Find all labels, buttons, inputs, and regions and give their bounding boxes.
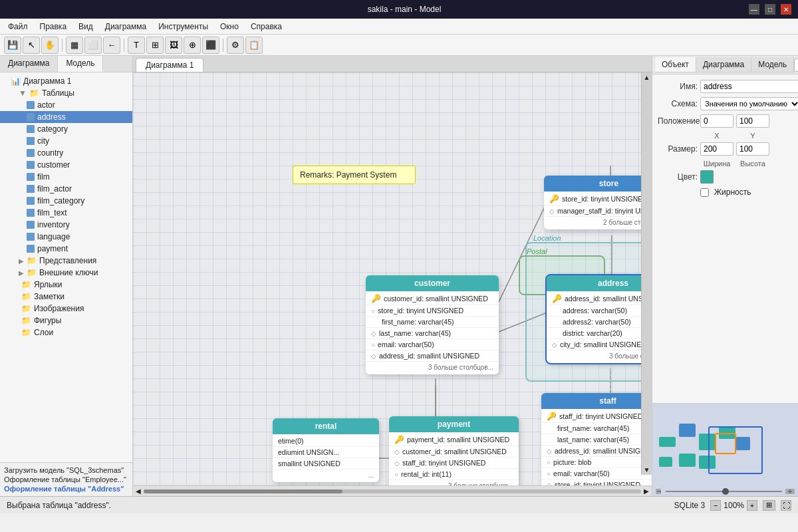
table-rental[interactable]: rental etime(0) ediumint UNSIGN... small… (273, 418, 379, 482)
right-tab-diagram[interactable]: Диаграмма (696, 57, 751, 72)
sidebar-item-film_text[interactable]: film_text (0, 207, 132, 219)
sidebar-item-payment[interactable]: payment (0, 243, 132, 255)
tree-root[interactable]: 📊 Диаграмма 1 (0, 75, 132, 87)
prop-schema-select[interactable]: Значения по умолчанию (700, 97, 798, 110)
diagram-canvas[interactable]: Remarks: Payment System Location Postal … (133, 72, 652, 485)
table-payment-body: 🔑 payment_id: smallint UNSIGNED ◇ custom… (389, 432, 519, 485)
zoom-in-button[interactable]: + (747, 500, 757, 511)
main-layout: Диаграмма Модель 📊 Диаграмма 1 ▼ 📁 Табли… (0, 56, 798, 496)
sidebar-tab-model[interactable]: Модель (58, 56, 103, 72)
prop-color-row: Цвет: (658, 170, 793, 184)
sidebar-item-inventory[interactable]: inventory (0, 219, 132, 231)
save-button[interactable]: 💾 (4, 37, 21, 54)
scroll-down-button[interactable]: ▼ (642, 465, 652, 475)
prop-width-input[interactable] (700, 142, 733, 156)
diamond-icon: ◇ (371, 352, 376, 360)
key-icon: 🔑 (547, 412, 557, 421)
annotation-text: Remarks: Payment System (300, 170, 396, 180)
menu-diagram[interactable]: Диаграмма (100, 21, 152, 33)
sidebar-item-film_category[interactable]: film_category (0, 195, 132, 207)
minimize-button[interactable]: — (749, 4, 759, 15)
bold-checkbox[interactable] (700, 188, 709, 197)
table-staff-row-2: first_name: varchar(45) (541, 423, 652, 434)
select-button[interactable]: ↖ (23, 37, 40, 54)
close-button[interactable]: ✕ (781, 4, 791, 15)
search-input[interactable] (794, 59, 798, 72)
add-button[interactable]: ⊕ (184, 37, 201, 54)
prop-name-input[interactable] (700, 80, 798, 93)
hscroll[interactable]: ◀ ▶ (133, 485, 652, 496)
image-button[interactable]: 🖼 (165, 37, 182, 54)
sidebar-item-actor[interactable]: actor (0, 99, 132, 111)
fit-button[interactable]: ⊞ (763, 500, 775, 511)
menu-view[interactable]: Вид (73, 21, 98, 33)
sidebar-item-customer[interactable]: customer (0, 159, 132, 171)
relation-button[interactable]: ← (103, 37, 120, 54)
menu-window[interactable]: Окно (215, 21, 244, 33)
sidebar-item-film_actor[interactable]: film_actor (0, 183, 132, 195)
grid-button[interactable]: ⊞ (146, 37, 164, 54)
menu-help[interactable]: Справка (245, 21, 287, 33)
table-store-body: 🔑 store_id: tinyint UNSIGNED ◇ manager_s… (544, 192, 652, 229)
hscroll-left[interactable]: ◀ (136, 487, 141, 495)
status-line-1[interactable]: Загрузить модель "SQL_3schemas" (4, 466, 128, 475)
table-customer[interactable]: customer 🔑 customer_id: smallint UNSIGNE… (366, 275, 499, 374)
pan-button[interactable]: ✋ (41, 37, 59, 54)
table-staff-row-4: ◇ address_id: smallint UNSIGNED (541, 446, 652, 457)
status-line-3[interactable]: Оформление таблицы "Address" (4, 484, 128, 493)
sidebar-tab-diagram[interactable]: Диаграмма (0, 56, 58, 72)
tree-tables-folder[interactable]: ▼ 📁 Таблицы (0, 87, 132, 99)
hscroll-right[interactable]: ▶ (644, 487, 649, 495)
sidebar-item-country[interactable]: country (0, 147, 132, 159)
right-tab-model[interactable]: Модель (751, 57, 794, 72)
color-swatch[interactable] (700, 170, 714, 184)
settings-button[interactable]: ⚙ (227, 37, 244, 54)
text-button[interactable]: T (128, 37, 145, 54)
table-button[interactable]: ▦ (66, 37, 83, 54)
menu-tools[interactable]: Инструменты (153, 21, 213, 33)
sidebar-item-category[interactable]: category (0, 123, 132, 135)
table-address[interactable]: address 🔑 address_id: smallint UNSIGNED … (547, 275, 652, 363)
prop-pos-x-input[interactable] (700, 114, 733, 128)
sidebar-section-фигуры[interactable]: 📁Фигуры (0, 315, 132, 327)
sidebar-section-изображения[interactable]: 📁Изображения (0, 303, 132, 315)
zoom-out-button[interactable]: − (710, 500, 721, 511)
sidebar-item-address[interactable]: address (0, 111, 132, 123)
sidebar-section-внешние-ключи[interactable]: ▶📁Внешние ключи (0, 267, 132, 279)
prop-pos-y-input[interactable] (736, 114, 769, 128)
menu-file[interactable]: Файл (3, 21, 33, 33)
sidebar-section-заметки[interactable]: 📁Заметки (0, 291, 132, 303)
scroll-up-button[interactable]: ▲ (642, 72, 652, 82)
fullscreen-button[interactable]: ⛶ (781, 500, 791, 511)
table-rental-more: ... (273, 469, 379, 481)
svg-rect-23 (659, 457, 672, 467)
diamond-icon: ◇ (394, 460, 400, 467)
sidebar-item-language[interactable]: language (0, 231, 132, 243)
status-line-2[interactable]: Оформление таблицы "Employee..." (4, 475, 128, 484)
table-store[interactable]: store 🔑 store_id: tinyint UNSIGNED ◇ man… (544, 176, 652, 229)
prop-height-input[interactable] (736, 142, 769, 156)
sidebar-item-city[interactable]: city (0, 135, 132, 147)
sidebar-section-слои[interactable]: 📁Слои (0, 327, 132, 338)
table-payment[interactable]: payment 🔑 payment_id: smallint UNSIGNED … (389, 416, 519, 485)
table-label: inventory (37, 220, 70, 229)
table-address-row-5: ◇ city_id: smallint UNSIGNED (547, 339, 652, 350)
sidebar-item-film[interactable]: film (0, 171, 132, 183)
tree-root-label: Диаграмма 1 (23, 76, 71, 86)
sidebar-section-представления[interactable]: ▶📁Представления (0, 255, 132, 267)
sidebar-section-ярлыки[interactable]: 📁Ярлыки (0, 279, 132, 291)
clipboard-button[interactable]: 📋 (245, 37, 263, 54)
right-tab-object[interactable]: Объект (655, 57, 696, 72)
maximize-button[interactable]: □ (765, 4, 775, 15)
menu-edit[interactable]: Правка (35, 21, 72, 33)
diagram-tab-1[interactable]: Диаграмма 1 (136, 58, 203, 72)
table-customer-row-2: ○ store_id: tinyint UNSIGNED (366, 305, 499, 317)
table-label: address (37, 112, 66, 122)
table-staff[interactable]: staff 🔑 staff_id: tinyint UNSIGNED first… (541, 393, 652, 485)
view-button[interactable]: ⬜ (84, 37, 102, 54)
table-icon (27, 233, 35, 241)
table-customer-row-6: ◇ address_id: smallint UNSIGNED (366, 350, 499, 362)
layout-button[interactable]: ⬛ (202, 37, 219, 54)
table-address-more: 3 больше столбцов... (547, 350, 652, 362)
menubar: Файл Правка Вид Диаграмма Инструменты Ок… (0, 19, 798, 35)
